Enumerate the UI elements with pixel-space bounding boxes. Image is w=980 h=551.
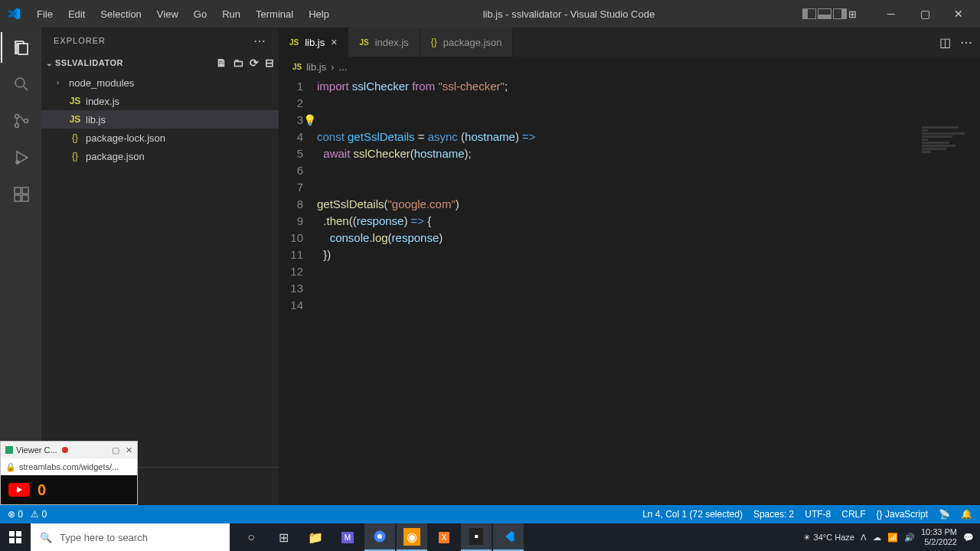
svg-point-0: [15, 78, 24, 87]
code-editor[interactable]: 1234567891011121314 💡 import sslChecker …: [279, 77, 980, 505]
browser-url-bar[interactable]: 🔒 streamlabs.com/widgets/...: [1, 458, 137, 475]
menu-go[interactable]: Go: [188, 5, 213, 23]
code-lines[interactable]: 💡 import sslChecker from "ssl-checker";c…: [317, 77, 980, 505]
chevron-right-icon: ›: [57, 79, 64, 86]
breadcrumb-sep: ›: [331, 61, 334, 73]
svg-rect-8: [22, 195, 28, 201]
status-cursor-position[interactable]: Ln 4, Col 1 (72 selected): [642, 509, 743, 520]
new-file-icon[interactable]: 🗎: [216, 57, 227, 69]
tree-item-label: lib.js: [86, 114, 106, 126]
taskbar-app-icon[interactable]: M: [332, 523, 363, 551]
editor-area: JS lib.js × JS index.js {} package.json …: [279, 28, 980, 505]
breadcrumb[interactable]: JS lib.js › ...: [279, 57, 980, 77]
search-icon[interactable]: [11, 73, 32, 95]
taskbar-cortana-icon[interactable]: ○: [236, 523, 266, 551]
menu-file[interactable]: File: [31, 5, 59, 23]
status-eol[interactable]: CRLF: [841, 509, 865, 520]
browser-url: streamlabs.com/widgets/...: [19, 462, 119, 471]
svg-rect-7: [15, 195, 21, 201]
taskbar-chrome-icon[interactable]: [364, 523, 395, 551]
toggle-primary-sidebar-icon[interactable]: [802, 8, 816, 19]
notification-badge-icon: [62, 447, 68, 453]
menu-selection[interactable]: Selection: [94, 5, 147, 23]
js-file-icon: JS: [359, 38, 368, 47]
taskbar-vscode-icon[interactable]: [493, 523, 524, 551]
status-warnings[interactable]: ⚠ 0: [31, 509, 47, 520]
status-bell-icon[interactable]: 🔔: [961, 509, 972, 520]
customize-layout-icon[interactable]: ⊞: [848, 8, 862, 19]
weather-widget[interactable]: ☀ 34°C Haze: [803, 533, 854, 543]
more-actions-icon[interactable]: ⋯: [960, 35, 972, 50]
menu-edit[interactable]: Edit: [62, 5, 91, 23]
layout-controls: ⊞: [802, 8, 862, 19]
close-button[interactable]: ✕: [943, 3, 974, 24]
browser-overlay-window[interactable]: Viewer C... ▢ ✕ 🔒 streamlabs.com/widgets…: [0, 441, 138, 505]
search-icon: 🔍: [40, 532, 52, 543]
source-control-icon[interactable]: [11, 110, 32, 132]
js-file-icon: JS: [292, 63, 302, 71]
maximize-button[interactable]: ▢: [910, 3, 940, 24]
tray-notifications-icon[interactable]: 💬: [963, 533, 974, 543]
tree-item-label: package.json: [86, 151, 145, 162]
collapse-icon[interactable]: ⊟: [265, 57, 274, 69]
taskbar-xampp-icon[interactable]: X: [429, 523, 459, 551]
menu-view[interactable]: View: [151, 5, 185, 23]
breadcrumb-file: lib.js: [306, 61, 326, 73]
folder-name: SSLVALIDATOR: [55, 58, 213, 67]
tree-folder-node-modules[interactable]: › node_modules: [41, 73, 279, 92]
taskbar-recorder-icon[interactable]: ◉: [397, 523, 427, 551]
js-file-icon: JS: [69, 114, 81, 125]
status-indentation[interactable]: Spaces: 2: [753, 509, 794, 520]
tab-lib[interactable]: JS lib.js ×: [279, 28, 348, 57]
browser-close-icon[interactable]: ✕: [126, 445, 132, 455]
lightbulb-icon[interactable]: 💡: [303, 112, 316, 129]
refresh-icon[interactable]: ⟳: [250, 57, 259, 69]
status-language[interactable]: {} JavaScript: [877, 509, 928, 520]
taskbar-search[interactable]: 🔍 Type here to search: [31, 523, 230, 551]
tray-chevron-icon[interactable]: ᐱ: [861, 533, 867, 543]
tab-label: index.js: [375, 37, 409, 48]
folder-header[interactable]: ⌄ SSLVALIDATOR 🗎 🗀 ⟳ ⊟: [41, 54, 279, 72]
menu-run[interactable]: Run: [216, 5, 247, 23]
breadcrumb-more: ...: [339, 61, 348, 73]
toggle-secondary-sidebar-icon[interactable]: [833, 8, 847, 19]
menu-help[interactable]: Help: [302, 5, 335, 23]
minimize-button[interactable]: ─: [876, 3, 906, 24]
tray-onedrive-icon[interactable]: ☁: [873, 533, 881, 543]
tab-index[interactable]: JS index.js: [348, 28, 420, 57]
split-editor-icon[interactable]: ◫: [939, 35, 951, 50]
explorer-icon[interactable]: [11, 37, 32, 58]
tab-package[interactable]: {} package.json: [420, 28, 514, 57]
toggle-panel-icon[interactable]: [818, 8, 831, 19]
line-numbers: 1234567891011121314: [279, 77, 317, 505]
browser-maximize-icon[interactable]: ▢: [112, 445, 119, 455]
tray-clock[interactable]: 10:33 PM 5/2/2022: [921, 527, 957, 547]
menu-terminal[interactable]: Terminal: [250, 5, 299, 23]
tree-file-package-lock[interactable]: {} package-lock.json: [41, 129, 279, 147]
extensions-icon[interactable]: [11, 184, 32, 205]
status-errors[interactable]: ⊗ 0: [8, 509, 23, 520]
js-file-icon: JS: [289, 38, 299, 47]
tab-label: package.json: [443, 37, 502, 48]
minimap[interactable]: [919, 126, 980, 217]
run-debug-icon[interactable]: [11, 147, 32, 168]
start-button[interactable]: [0, 523, 31, 551]
close-tab-icon[interactable]: ×: [331, 36, 337, 48]
browser-tab-icon: [5, 446, 13, 454]
svg-point-4: [24, 119, 28, 123]
taskbar-terminal-icon[interactable]: ▪: [461, 523, 492, 551]
tree-file-index[interactable]: JS index.js: [41, 92, 279, 110]
tray-wifi-icon[interactable]: 📶: [887, 533, 898, 543]
taskbar-explorer-icon[interactable]: 📁: [300, 523, 331, 551]
status-feedback-icon[interactable]: 📡: [939, 509, 950, 520]
tray-volume-icon[interactable]: 🔊: [904, 533, 915, 543]
explorer-title: EXPLORER: [54, 36, 106, 45]
youtube-logo-icon: [8, 483, 30, 497]
tree-file-package[interactable]: {} package.json: [41, 147, 279, 165]
explorer-more-icon[interactable]: ⋯: [253, 34, 266, 48]
status-encoding[interactable]: UTF-8: [805, 509, 831, 520]
svg-rect-11: [9, 531, 15, 536]
tree-file-lib[interactable]: JS lib.js: [41, 110, 279, 129]
taskbar-taskview-icon[interactable]: ⊞: [268, 523, 299, 551]
new-folder-icon[interactable]: 🗀: [233, 57, 243, 69]
